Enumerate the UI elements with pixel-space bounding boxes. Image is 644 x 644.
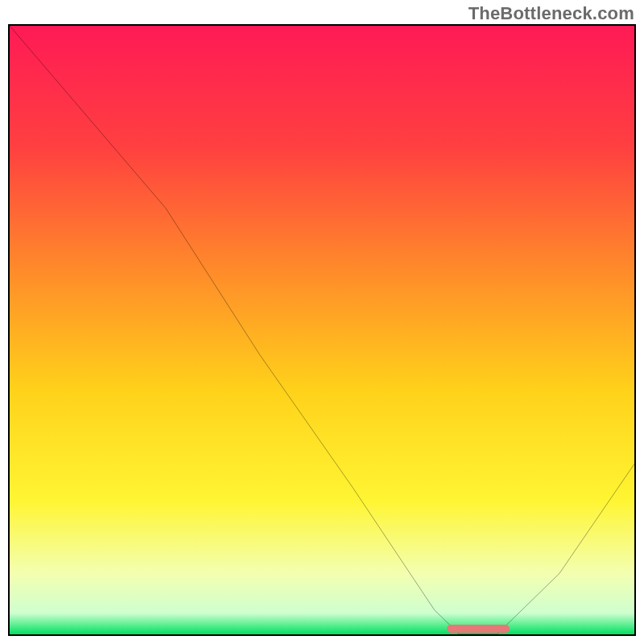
sweet-spot-marker — [447, 625, 510, 633]
chart-frame — [8, 24, 636, 636]
bottleneck-curve — [10, 26, 634, 634]
watermark-text: TheBottleneck.com — [469, 3, 634, 24]
